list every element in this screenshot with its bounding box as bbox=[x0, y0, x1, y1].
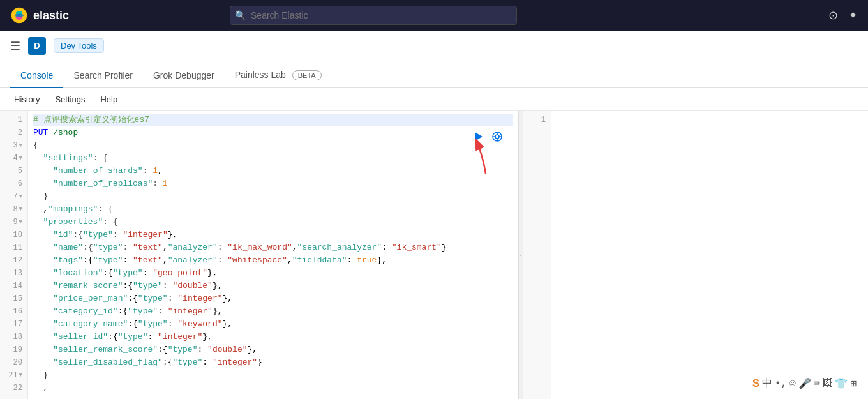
code-line-9: "properties": { bbox=[33, 216, 513, 229]
code-line-4: "settings": { bbox=[33, 152, 513, 165]
ln-15: 15 bbox=[0, 292, 27, 305]
elastic-brand-text: elastic bbox=[33, 9, 69, 22]
code-line-6: "number_of_replicas": 1 bbox=[33, 177, 513, 190]
ime-toolbar: S 中 •, ☺ 🎤 ⌨ 🖼 👕 ⊞ bbox=[747, 374, 862, 393]
ln-9: 9▼ bbox=[0, 216, 27, 229]
code-line-19: "seller_remark_score":{"type": "double"}… bbox=[33, 343, 513, 356]
user-avatar[interactable]: D bbox=[28, 37, 46, 55]
code-line-16: "category_id":{"type": "integer"}, bbox=[33, 305, 513, 318]
menu-history[interactable]: History bbox=[8, 92, 46, 107]
ime-grid-icon[interactable]: ⊞ bbox=[850, 377, 857, 390]
right-line-numbers: 1 bbox=[523, 111, 551, 399]
global-search-bar[interactable]: 🔍 bbox=[230, 6, 517, 25]
code-line-10: "id":{"type": "integer"}, bbox=[33, 229, 513, 241]
menu-bar: History Settings Help bbox=[0, 88, 868, 111]
code-content[interactable]: # 点评搜索索引定义初始化es7 PUT /shop { "settings":… bbox=[28, 111, 518, 399]
menu-help[interactable]: Help bbox=[94, 92, 124, 107]
code-line-2: PUT /shop bbox=[33, 126, 513, 139]
right-ln-1: 1 bbox=[523, 114, 551, 126]
search-input[interactable] bbox=[230, 6, 517, 25]
tab-console[interactable]: Console bbox=[10, 64, 63, 88]
code-line-22: , bbox=[33, 382, 513, 395]
run-button[interactable] bbox=[470, 129, 486, 144]
hamburger-menu[interactable]: ☰ bbox=[10, 39, 20, 53]
ln-20: 20 bbox=[0, 356, 27, 369]
line-numbers: 1 2 3▼ 4▼ 5 6 7▼ 8▼ 9▼ 10 11 12 13 14 15… bbox=[0, 111, 28, 399]
ln-3: 3▼ bbox=[0, 139, 27, 152]
code-line-14: "remark_score":{"type": "double"}, bbox=[33, 280, 513, 292]
code-line-21: } bbox=[33, 369, 513, 382]
editor-area: 1 2 3▼ 4▼ 5 6 7▼ 8▼ 9▼ 10 11 12 13 14 15… bbox=[0, 111, 868, 399]
second-bar: ☰ D Dev Tools bbox=[0, 31, 868, 61]
svg-point-3 bbox=[15, 13, 24, 17]
ln-1: 1 bbox=[0, 114, 27, 126]
settings-icon bbox=[491, 131, 503, 142]
nav-right-icons: ⊙ ✦ bbox=[828, 8, 858, 22]
ln-19: 19 bbox=[0, 343, 27, 356]
ln-21: 21▼ bbox=[0, 369, 27, 382]
top-nav: elastic 🔍 ⊙ ✦ bbox=[0, 0, 868, 31]
code-editor[interactable]: 1 2 3▼ 4▼ 5 6 7▼ 8▼ 9▼ 10 11 12 13 14 15… bbox=[0, 111, 518, 399]
elastic-logo-icon bbox=[10, 6, 28, 24]
ime-s-icon[interactable]: S bbox=[752, 377, 760, 390]
ln-5: 5 bbox=[0, 165, 27, 177]
elastic-logo[interactable]: elastic bbox=[10, 6, 69, 24]
svg-marker-4 bbox=[475, 132, 483, 141]
play-icon bbox=[472, 131, 484, 142]
ime-chinese-icon[interactable]: 中 bbox=[762, 377, 772, 390]
code-line-18: "seller_id":{"type": "integer"}, bbox=[33, 331, 513, 343]
code-line-13: "location":{"type": "geo_point"}, bbox=[33, 267, 513, 280]
ln-16: 16 bbox=[0, 305, 27, 318]
ln-10: 10 bbox=[0, 229, 27, 241]
ime-image-icon[interactable]: 🖼 bbox=[822, 377, 832, 389]
tab-grok-debugger[interactable]: Grok Debugger bbox=[143, 64, 225, 88]
right-editor-pane: 1 S 中 •, ☺ 🎤 ⌨ 🖼 👕 ⊞ bbox=[523, 111, 868, 399]
tab-painless-lab[interactable]: Painless Lab BETA bbox=[225, 63, 332, 88]
code-line-8: ,"mappings": { bbox=[33, 203, 513, 216]
code-line-11: "name":{"type": "text","analyzer": "ik_m… bbox=[33, 241, 513, 254]
beta-badge: BETA bbox=[292, 70, 322, 80]
ime-dot-icon[interactable]: •, bbox=[775, 378, 787, 389]
menu-settings[interactable]: Settings bbox=[49, 92, 91, 107]
ln-22: 22 bbox=[0, 382, 27, 395]
ln-4: 4▼ bbox=[0, 152, 27, 165]
ln-11: 11 bbox=[0, 241, 27, 254]
ime-mic-icon[interactable]: 🎤 bbox=[798, 377, 811, 390]
tab-bar: Console Search Profiler Grok Debugger Pa… bbox=[0, 61, 868, 88]
action-buttons bbox=[470, 129, 505, 144]
code-line-7: } bbox=[33, 190, 513, 203]
svg-point-6 bbox=[495, 135, 499, 139]
ln-14: 14 bbox=[0, 280, 27, 292]
ime-emoji-icon[interactable]: ☺ bbox=[789, 378, 796, 389]
pane-divider[interactable]: ⋮ bbox=[518, 111, 523, 399]
ln-6: 6 bbox=[0, 177, 27, 190]
ime-keyboard-icon[interactable]: ⌨ bbox=[814, 377, 820, 390]
ime-shirt-icon[interactable]: 👕 bbox=[835, 377, 848, 390]
ln-13: 13 bbox=[0, 267, 27, 280]
tab-search-profiler[interactable]: Search Profiler bbox=[63, 64, 143, 88]
right-content bbox=[551, 111, 868, 399]
dev-tools-badge[interactable]: Dev Tools bbox=[54, 38, 104, 53]
code-line-17: "category_name":{"type": "keyword"}, bbox=[33, 318, 513, 331]
ln-7: 7▼ bbox=[0, 190, 27, 203]
ln-12: 12 bbox=[0, 254, 27, 267]
code-line-15: "price_per_man":{"type": "integer"}, bbox=[33, 292, 513, 305]
search-icon: 🔍 bbox=[235, 10, 246, 20]
code-line-12: "tags":{"type": "text","analyzer": "whit… bbox=[33, 254, 513, 267]
ln-17: 17 bbox=[0, 318, 27, 331]
ln-2: 2 bbox=[0, 126, 27, 139]
code-line-20: "seller_disabled_flag":{"type": "integer… bbox=[33, 356, 513, 369]
copy-button[interactable] bbox=[490, 129, 505, 144]
code-line-3: { bbox=[33, 139, 513, 152]
ln-18: 18 bbox=[0, 331, 27, 343]
code-line-1: # 点评搜索索引定义初始化es7 bbox=[33, 114, 513, 126]
code-line-5: "number_of_shards": 1, bbox=[33, 165, 513, 177]
left-editor-pane[interactable]: 1 2 3▼ 4▼ 5 6 7▼ 8▼ 9▼ 10 11 12 13 14 15… bbox=[0, 111, 518, 399]
ln-8: 8▼ bbox=[0, 203, 27, 216]
user-menu-icon[interactable]: ✦ bbox=[848, 8, 858, 22]
help-icon[interactable]: ⊙ bbox=[828, 8, 838, 22]
